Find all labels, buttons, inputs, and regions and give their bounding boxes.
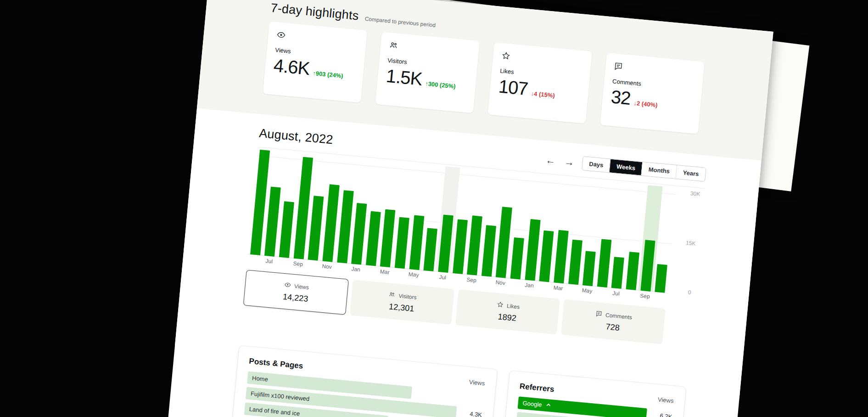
star-icon bbox=[501, 51, 511, 61]
chart-month-label bbox=[334, 264, 349, 276]
summary-tab-label: Likes bbox=[506, 303, 520, 310]
chart-month-label: Mar bbox=[550, 284, 566, 296]
posts-row-label: Home bbox=[252, 374, 269, 383]
referrers-views-header: Views bbox=[658, 396, 674, 404]
period-title: August, 2022 bbox=[258, 126, 334, 147]
chart-month-label bbox=[305, 261, 320, 273]
summary-tab-views[interactable]: Views14,223 bbox=[243, 270, 349, 315]
chart-month-label bbox=[622, 291, 638, 302]
posts-pages-title: Posts & Pages bbox=[249, 357, 303, 371]
y-axis-tick-0: 0 bbox=[688, 289, 691, 296]
chart-bar[interactable] bbox=[510, 237, 524, 280]
chevron-up-icon bbox=[545, 401, 552, 409]
posts-row-views: 4.3K bbox=[456, 409, 482, 417]
highlight-card-delta: ↓2 (40%) bbox=[633, 100, 658, 109]
chart-bar[interactable] bbox=[611, 257, 624, 289]
chart-month-label: Mar bbox=[377, 268, 392, 280]
y-axis-tick-30k: 30K bbox=[690, 190, 700, 197]
visitors-icon bbox=[388, 291, 396, 299]
highlight-card-delta: ↑300 (25%) bbox=[425, 80, 456, 90]
chart-month-label: Nov bbox=[493, 279, 508, 290]
highlight-card-delta: ↑903 (24%) bbox=[313, 70, 344, 79]
previous-period-arrow[interactable]: ← bbox=[544, 155, 557, 165]
summary-tab-value: 14,223 bbox=[282, 292, 308, 304]
granularity-tab-days[interactable]: Days bbox=[582, 157, 610, 172]
chart-month-label bbox=[594, 288, 609, 300]
screenshot-stage: 7-day highlights Compared to previous pe… bbox=[0, 0, 868, 417]
star-icon bbox=[496, 301, 504, 310]
chart-month-label bbox=[420, 272, 436, 283]
granularity-tab-years[interactable]: Years bbox=[676, 165, 706, 181]
chart-month-label bbox=[247, 256, 263, 267]
highlight-card-likes: Likes107↓4 (15%) bbox=[487, 42, 592, 124]
referrer-row-label: Google bbox=[522, 400, 542, 408]
chart-bar[interactable] bbox=[568, 240, 582, 285]
summary-tab-value: 12,301 bbox=[388, 302, 414, 314]
posts-views-header: Views bbox=[469, 378, 485, 387]
granularity-tab-months[interactable]: Months bbox=[641, 162, 677, 179]
summary-tab-likes[interactable]: Likes1892 bbox=[455, 289, 560, 334]
comment-icon bbox=[595, 310, 603, 318]
posts-row-views bbox=[458, 397, 483, 399]
chart-month-label: Jul bbox=[261, 257, 277, 269]
chart-month-label: May bbox=[579, 287, 595, 299]
chart-bar[interactable] bbox=[582, 251, 596, 286]
eye-icon bbox=[276, 30, 286, 40]
highlight-card-comments: Comments32↓2 (40%) bbox=[600, 53, 705, 134]
y-axis-tick-15k: 15K bbox=[685, 239, 696, 247]
posts-row-label: Fujifilm x100 reviewed bbox=[250, 390, 309, 402]
granularity-tab-weeks[interactable]: Weeks bbox=[609, 159, 642, 175]
referrer-row-views: 6.2K bbox=[646, 411, 672, 417]
highlights-subtitle: Compared to previous period bbox=[364, 16, 436, 28]
chart-month-label: Nov bbox=[319, 263, 335, 274]
highlight-card-visitors: Visitors1.5K↑300 (25%) bbox=[375, 32, 480, 113]
chart-month-label bbox=[363, 267, 378, 278]
chart-bar[interactable] bbox=[626, 252, 639, 290]
summary-tab-label: Visitors bbox=[398, 293, 417, 301]
chart-month-label bbox=[536, 283, 551, 294]
comment-icon bbox=[613, 61, 623, 71]
chart-month-label: Sep bbox=[464, 276, 479, 287]
chart-month-label bbox=[507, 280, 523, 292]
highlight-card-delta: ↓4 (15%) bbox=[531, 90, 555, 99]
granularity-segmented-control: DaysWeeksMonthsYears bbox=[582, 156, 706, 182]
stats-page: 7-day highlights Compared to previous pe… bbox=[153, 0, 773, 417]
referrers-title: Referrers bbox=[519, 382, 554, 394]
highlights-title: 7-day highlights bbox=[270, 1, 359, 23]
chart-month-label bbox=[276, 259, 291, 270]
highlight-card-value: 107 bbox=[498, 76, 529, 99]
chart-bar[interactable] bbox=[424, 228, 437, 271]
highlight-card-value: 1.5K bbox=[385, 66, 423, 90]
eye-icon bbox=[284, 281, 291, 290]
next-period-arrow[interactable]: → bbox=[563, 157, 576, 167]
chart-month-label: Sep bbox=[290, 260, 306, 271]
chart-month-label: Jan bbox=[521, 282, 537, 293]
chart-month-label bbox=[651, 293, 667, 305]
summary-tab-visitors[interactable]: Visitors12,301 bbox=[350, 280, 454, 325]
chart-month-label bbox=[392, 270, 407, 281]
chart-month-label: May bbox=[406, 271, 421, 282]
chart-month-label bbox=[478, 277, 494, 289]
summary-tab-label: Comments bbox=[605, 311, 633, 320]
highlight-card-views: Views4.6K↑903 (24%) bbox=[263, 22, 368, 103]
chart-bar[interactable] bbox=[597, 239, 612, 287]
visitors-icon bbox=[389, 40, 399, 51]
posts-row-label: Land of fire and ice bbox=[249, 406, 300, 417]
summary-tab-value: 728 bbox=[605, 322, 620, 333]
summary-tab-value: 1892 bbox=[498, 312, 517, 323]
chart-month-label: Jul bbox=[608, 289, 624, 301]
chart-month-label: Sep bbox=[637, 292, 653, 304]
chart-month-label bbox=[449, 275, 465, 286]
highlight-card-value: 4.6K bbox=[273, 55, 310, 79]
chart-month-label: Jan bbox=[348, 265, 364, 277]
chart-month-label bbox=[565, 286, 580, 297]
highlight-card-value: 32 bbox=[610, 86, 631, 109]
summary-tab-comments[interactable]: Comments728 bbox=[561, 299, 666, 344]
chart-month-label: Jul bbox=[435, 273, 450, 285]
summary-tab-label: Views bbox=[294, 283, 309, 291]
chart-bar[interactable] bbox=[655, 264, 668, 293]
